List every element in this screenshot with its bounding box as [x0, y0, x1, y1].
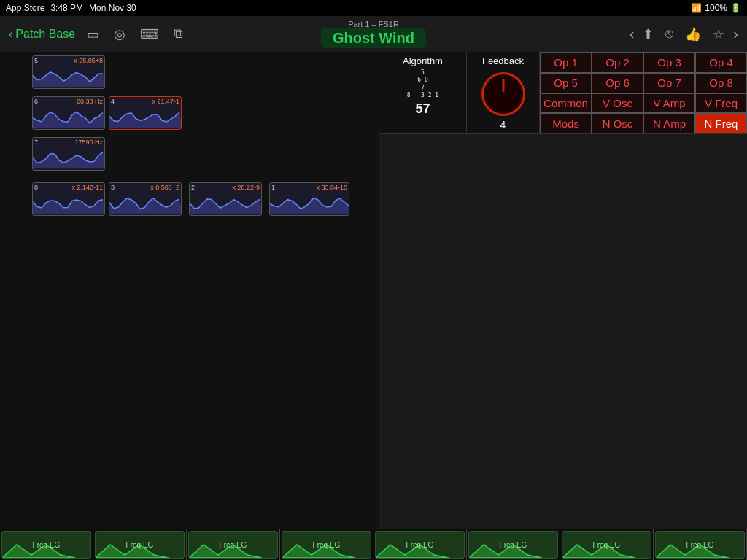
- waveform-w3[interactable]: 3x 0.505+2: [109, 182, 182, 216]
- op-cell-op-8[interactable]: Op 8: [695, 73, 747, 93]
- op-panel-header-2: Freq EG: [95, 531, 185, 559]
- wave-num-w1: 1: [271, 184, 275, 191]
- op-cell-op-3[interactable]: Op 3: [643, 52, 695, 73]
- op-panel-5: Freq EG Initial 35 A Level -44: [374, 529, 467, 560]
- thumbsup-icon[interactable]: 👍: [685, 26, 701, 42]
- patch-subtitle: Part 1 – FS1R: [321, 20, 426, 28]
- algorithm-section: Algorithm 5 6 0 7 8 3 2 1 57 Feedback 4 …: [379, 52, 747, 134]
- op-cell-op-4[interactable]: Op 4: [695, 52, 747, 73]
- status-right: 📶 100% 🔋: [691, 3, 741, 13]
- wave-num-w5: 5: [34, 57, 38, 64]
- algorithm-label: Algorithm: [403, 55, 443, 66]
- keyboard-icon[interactable]: ⌨: [140, 26, 159, 42]
- op-cell-op-1[interactable]: Op 1: [540, 52, 592, 73]
- op-panels: Freq EG Initial 38 A Level 42: [0, 529, 747, 560]
- op-cell-n-osc[interactable]: N Osc: [592, 113, 643, 133]
- right-panel: Algorithm 5 6 0 7 8 3 2 1 57 Feedback 4 …: [379, 52, 747, 529]
- wave-num-w2: 2: [191, 184, 195, 191]
- op-cell-op-6[interactable]: Op 6: [592, 73, 643, 93]
- nav-center: Part 1 – FS1R Ghost Wind: [321, 20, 426, 48]
- op-panel-header-5: Freq EG: [375, 531, 465, 559]
- op-panel-header-8: Freq EG: [655, 531, 745, 559]
- op-cell-op-7[interactable]: Op 7: [643, 73, 695, 93]
- op-panel-header-4: Freq EG: [282, 531, 371, 559]
- feedback-knob-container: 4: [481, 72, 525, 131]
- top-nav: ‹ Patch Base ▭ ◎ ⌨ ⧉ Part 1 – FS1R Ghost…: [0, 16, 747, 52]
- prev-arrow[interactable]: ‹: [630, 26, 635, 42]
- op-cell-v-amp[interactable]: V Amp: [643, 93, 695, 114]
- op-cell-n-freq[interactable]: N Freq: [695, 113, 747, 133]
- status-bar: App Store 3:48 PM Mon Nov 30 📶 100% 🔋: [0, 0, 747, 16]
- op-panel-header-7: Freq EG: [562, 531, 651, 559]
- waveform-w5[interactable]: 5x 25.05+8: [32, 55, 105, 89]
- op-cell-n-amp[interactable]: N Amp: [643, 113, 695, 133]
- freq-eg-label-3: Freq EG: [220, 541, 247, 549]
- op-cell-op-5[interactable]: Op 5: [540, 73, 592, 93]
- op-panel-6: Freq EG Initial -11 A Level 12: [467, 529, 560, 560]
- op-cell-common[interactable]: Common: [540, 93, 592, 114]
- time: 3:48 PM: [50, 3, 83, 13]
- waveform-w7[interactable]: 717590 Hz: [32, 137, 105, 171]
- wave-val-w2: x 26.22-9: [232, 184, 260, 191]
- wifi-icon: 📶: [691, 3, 702, 13]
- wave-val-w5: x 25.05+8: [74, 57, 103, 64]
- freq-eg-label-8: Freq EG: [686, 541, 714, 549]
- op-cell-v-freq[interactable]: V Freq: [695, 93, 747, 114]
- freq-eg-label-6: Freq EG: [500, 541, 527, 549]
- op-panel-2: Freq EG Initial -16 A Level -32: [93, 529, 187, 560]
- battery-label: 100%: [705, 3, 727, 13]
- waveform-w2[interactable]: 2x 26.22-9: [189, 182, 262, 216]
- op-cell-mods[interactable]: Mods: [540, 113, 592, 133]
- op-panel-header-1: Freq EG: [1, 531, 91, 559]
- rect-icon[interactable]: ▭: [87, 26, 99, 42]
- algorithm-diagram: 5 6 0 7 8 3 2 1: [407, 69, 438, 100]
- freq-eg-label-2: Freq EG: [126, 541, 154, 549]
- op-panel-3: Freq EG Initial 45 A Level -34: [187, 529, 280, 560]
- share-icon[interactable]: ⎋: [665, 26, 673, 42]
- feedback-knob[interactable]: [481, 72, 525, 116]
- freq-eg-label-4: Freq EG: [313, 541, 341, 549]
- op-cell-v-osc[interactable]: V Osc: [592, 93, 643, 114]
- waveform-w1[interactable]: 1x 33.84-10: [269, 182, 349, 216]
- copy-icon[interactable]: ⧉: [174, 26, 183, 42]
- feedback-label: Feedback: [482, 55, 524, 66]
- nav-icons: ▭ ◎ ⌨ ⧉: [87, 26, 183, 42]
- back-label: Patch Base: [15, 28, 75, 41]
- star-icon[interactable]: ☆: [713, 26, 724, 42]
- back-button[interactable]: ‹ Patch Base: [9, 28, 75, 41]
- freq-eg-label-5: Freq EG: [406, 541, 434, 549]
- patch-title: Ghost Wind: [321, 28, 426, 48]
- wave-num-w8: 8: [34, 184, 38, 191]
- nav-left: ‹ Patch Base ▭ ◎ ⌨ ⧉: [9, 26, 321, 42]
- op-cell-op-2[interactable]: Op 2: [592, 52, 643, 73]
- app-store-label: App Store: [6, 3, 44, 13]
- waveform-w6[interactable]: 660.33 Hz: [32, 96, 105, 130]
- main-content: 5x 25.05+8660.33 Hz4x 21.47-1717590 Hz8x…: [0, 52, 747, 529]
- back-chevron-icon: ‹: [9, 28, 12, 41]
- wave-val-w1: x 33.84-10: [316, 184, 347, 191]
- wave-val-w4: x 21.47-1: [152, 98, 179, 105]
- waveform-w8[interactable]: 8x 2.140-11: [32, 182, 105, 216]
- upload-icon[interactable]: ⬆: [643, 26, 654, 42]
- feedback-box: Feedback 4: [467, 52, 540, 133]
- op-panel-header-6: Freq EG: [468, 531, 558, 559]
- op-panel-4: Freq EG Initial -50 A Level -46: [280, 529, 374, 560]
- wave-val-w8: x 2.140-11: [71, 184, 103, 191]
- freq-eg-label-7: Freq EG: [593, 541, 621, 549]
- algorithm-number: 57: [415, 101, 430, 117]
- wave-val-w3: x 0.505+2: [150, 184, 179, 191]
- wave-num-w4: 4: [111, 98, 115, 105]
- algorithm-box: Algorithm 5 6 0 7 8 3 2 1 57: [379, 52, 467, 133]
- op-panel-8: Freq EG Initial 49 A Level 24: [654, 529, 747, 560]
- patch-panel: 5x 25.05+8660.33 Hz4x 21.47-1717590 Hz8x…: [0, 52, 379, 529]
- face-icon[interactable]: ◎: [114, 26, 125, 42]
- waveform-w4[interactable]: 4x 21.47-1: [109, 96, 182, 130]
- op-panel-header-3: Freq EG: [188, 531, 278, 559]
- wave-num-w3: 3: [111, 184, 115, 191]
- next-arrow[interactable]: ›: [733, 26, 738, 42]
- freq-eg-label-1: Freq EG: [33, 541, 61, 549]
- feedback-value: 4: [500, 119, 506, 131]
- operator-grid: Op 1Op 2Op 3Op 4Op 5Op 6Op 7Op 8CommonV …: [540, 52, 747, 133]
- wave-num-w6: 6: [34, 98, 38, 105]
- patch-diagram: 5x 25.05+8660.33 Hz4x 21.47-1717590 Hz8x…: [3, 55, 376, 230]
